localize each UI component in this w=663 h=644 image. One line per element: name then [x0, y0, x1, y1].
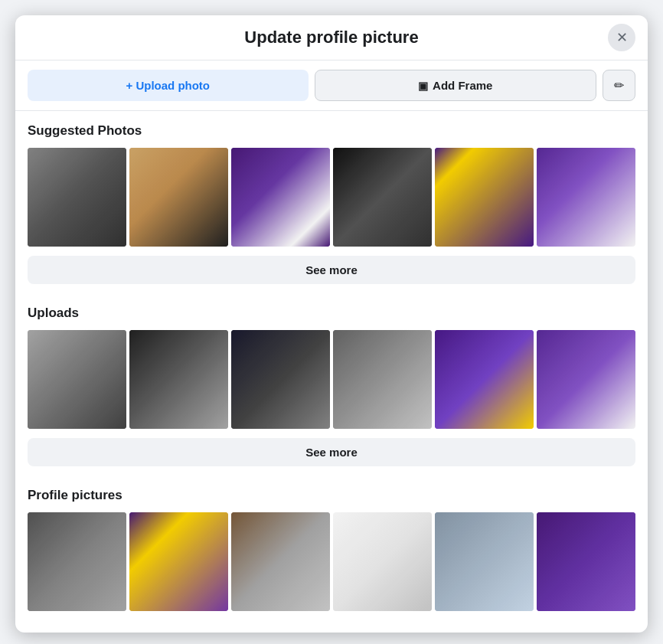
upload-photo-1[interactable]	[28, 330, 126, 429]
uploads-see-more-button[interactable]: See more	[28, 438, 635, 466]
suggested-photos-title: Suggested Photos	[28, 123, 635, 139]
profile-pictures-title: Profile pictures	[28, 488, 635, 503]
modal-title: Update profile picture	[244, 28, 418, 47]
modal-body: Suggested Photos See more Uploads	[15, 111, 648, 633]
uploads-title: Uploads	[28, 306, 635, 321]
upload-label: + Upload photo	[126, 79, 210, 92]
profile-pictures-section: Profile pictures	[28, 488, 635, 611]
suggested-see-more-button[interactable]: See more	[28, 256, 635, 284]
toolbar: + Upload photo ▣ Add Frame ✏	[15, 60, 648, 111]
profile-photo-6[interactable]	[537, 512, 635, 611]
upload-photo-3[interactable]	[231, 330, 330, 429]
upload-photo-6[interactable]	[537, 330, 635, 429]
suggested-photos-grid	[28, 148, 635, 247]
profile-pictures-grid	[28, 512, 635, 611]
profile-photo-3[interactable]	[231, 512, 330, 611]
upload-photo-button[interactable]: + Upload photo	[28, 70, 309, 101]
suggested-photo-1[interactable]	[28, 148, 126, 247]
modal-header: Update profile picture ✕	[15, 15, 648, 60]
update-profile-picture-modal: Update profile picture ✕ + Upload photo …	[15, 15, 648, 633]
upload-photo-2[interactable]	[129, 330, 228, 429]
suggested-photo-2[interactable]	[129, 148, 228, 247]
uploads-section: Uploads See more	[28, 306, 635, 482]
suggested-photo-4[interactable]	[333, 148, 432, 247]
frame-label: Add Frame	[433, 79, 492, 92]
suggested-photos-section: Suggested Photos See more	[28, 123, 635, 299]
suggested-photo-6[interactable]	[537, 148, 635, 247]
upload-photo-4[interactable]	[333, 330, 432, 429]
close-icon: ✕	[616, 29, 628, 46]
upload-photo-5[interactable]	[435, 330, 534, 429]
profile-photo-1[interactable]	[28, 512, 126, 611]
uploads-photos-grid	[28, 330, 635, 429]
close-button[interactable]: ✕	[608, 24, 635, 51]
add-frame-button[interactable]: ▣ Add Frame	[315, 70, 597, 101]
frame-icon: ▣	[418, 80, 428, 92]
edit-icon: ✏	[614, 78, 624, 93]
suggested-photo-5[interactable]	[435, 148, 534, 247]
suggested-photo-3[interactable]	[231, 148, 330, 247]
edit-button[interactable]: ✏	[603, 70, 635, 101]
profile-photo-4[interactable]	[333, 512, 432, 611]
profile-photo-2[interactable]	[129, 512, 228, 611]
profile-photo-5[interactable]	[435, 512, 534, 611]
